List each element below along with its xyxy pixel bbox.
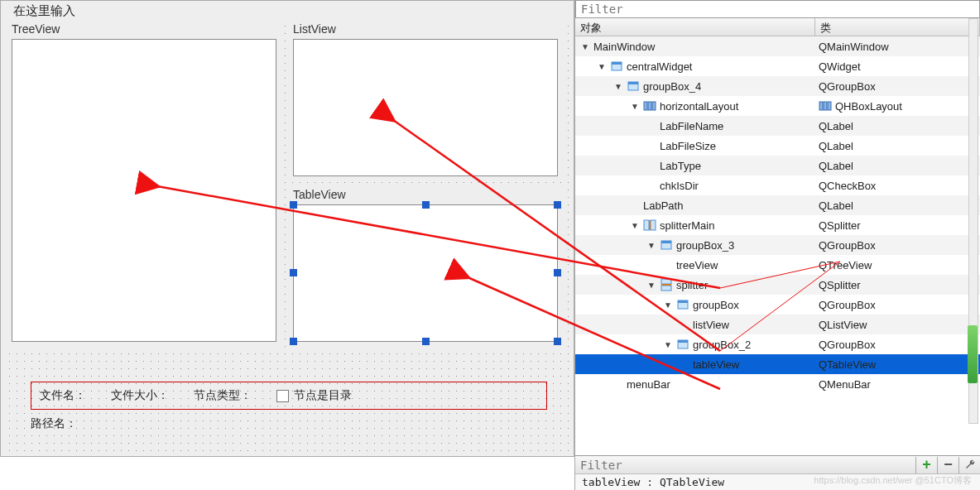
splitterv-icon — [660, 278, 673, 291]
tree-row-LabType[interactable]: LabTypeQLabel — [575, 156, 980, 175]
tree-row-treeView[interactable]: treeViewQTreeView — [575, 255, 980, 275]
object-filter-input[interactable] — [575, 0, 980, 18]
label-path: 路径名： — [31, 416, 77, 431]
table-groupbox-title: TableView — [293, 188, 346, 201]
chevron-down-icon[interactable]: ▼ — [646, 241, 656, 250]
minus-icon: − — [944, 456, 953, 473]
hlayout-icon — [643, 99, 656, 113]
svg-rect-3 — [628, 82, 638, 84]
object-name: LabFileSize — [660, 140, 716, 152]
class-name: QWidget — [819, 60, 861, 73]
svg-rect-9 — [828, 102, 831, 110]
class-name: QTreeView — [819, 259, 872, 271]
add-button[interactable]: + — [915, 457, 937, 473]
tree-groupbox[interactable]: TreeView — [7, 21, 281, 347]
class-name: QLabel — [819, 199, 853, 212]
list-view-widget[interactable] — [293, 39, 558, 176]
chevron-down-icon[interactable]: ▼ — [580, 42, 590, 51]
property-filter-bar: + − — [575, 455, 980, 473]
tree-row-MainWindow[interactable]: ▼MainWindowQMainWindow — [575, 36, 980, 56]
object-name: LabFileName — [660, 120, 723, 132]
svg-rect-16 — [661, 286, 671, 291]
tree-row-menuBar[interactable]: menuBarQMenuBar — [575, 374, 980, 394]
form-designer-canvas[interactable]: 在这里输入 TreeView ListView TableView 文件名： 文… — [0, 0, 574, 457]
column-object[interactable]: 对象 — [575, 18, 815, 36]
label-filename: 文件名： — [40, 388, 86, 403]
class-name: QGroupBox — [819, 239, 876, 252]
object-name: groupBox_2 — [693, 339, 751, 351]
resize-handle[interactable] — [554, 269, 561, 276]
resize-handle[interactable] — [290, 201, 297, 209]
chevron-down-icon[interactable]: ▼ — [630, 102, 640, 111]
resize-handle[interactable] — [554, 201, 561, 209]
svg-rect-19 — [678, 300, 688, 303]
checkbox-box-icon[interactable] — [276, 390, 289, 402]
class-name: QTableView — [819, 358, 876, 371]
chevron-down-icon[interactable]: ▼ — [597, 62, 607, 71]
object-name: MainWindow — [593, 41, 655, 53]
tree-row-groupBox[interactable]: ▼groupBoxQGroupBox — [575, 295, 980, 315]
wrench-icon — [963, 459, 977, 472]
object-name: LabPath — [643, 199, 683, 212]
object-name: centralWidget — [627, 60, 692, 73]
chevron-down-icon[interactable]: ▼ — [663, 300, 673, 310]
tree-groupbox-title: TreeView — [12, 22, 60, 36]
chevron-down-icon[interactable]: ▼ — [646, 281, 656, 290]
plus-icon: + — [922, 456, 931, 473]
scrollbar-track[interactable] — [968, 18, 978, 424]
wrench-button[interactable] — [958, 457, 980, 473]
column-class[interactable]: 类 — [815, 18, 980, 36]
watermark: https://blog.csdn.net/wer @51CTO博客 — [814, 474, 972, 487]
class-name: QLabel — [819, 140, 853, 152]
info-groupbox: 文件名： 文件大小： 节点类型： 节点是目录 — [31, 382, 547, 410]
checkbox-isdir[interactable]: 节点是目录 — [276, 388, 352, 403]
resize-handle[interactable] — [290, 269, 297, 276]
tree-row-horizontalLayout[interactable]: ▼horizontalLayoutQHBoxLayout — [575, 96, 980, 116]
tree-row-LabFileName[interactable]: LabFileNameQLabel — [575, 116, 980, 136]
tree-row-groupBox_3[interactable]: ▼groupBox_3QGroupBox — [575, 235, 980, 255]
tree-row-chkIsDir[interactable]: chkIsDirQCheckBox — [575, 175, 980, 195]
tree-row-groupBox_4[interactable]: ▼groupBox_4QGroupBox — [575, 76, 980, 96]
form-body: TreeView ListView TableView 文件名： 文件大小： 节… — [2, 19, 572, 454]
table-groupbox[interactable]: TableView — [288, 186, 563, 347]
class-name: QLabel — [819, 160, 853, 172]
scrollbar-thumb[interactable] — [968, 325, 978, 383]
tree-row-groupBox_2[interactable]: ▼groupBox_2QGroupBox — [575, 334, 980, 354]
chevron-down-icon[interactable]: ▼ — [630, 221, 640, 230]
resize-handle[interactable] — [554, 338, 561, 345]
label-nodetype: 节点类型： — [194, 388, 252, 403]
tree-row-splitter[interactable]: ▼splitterQSplitter — [575, 275, 980, 295]
hlayout-icon — [819, 99, 832, 113]
tree-view-widget[interactable] — [12, 39, 276, 342]
svg-rect-6 — [652, 102, 656, 110]
groupbox-title-input[interactable]: 在这里输入 — [9, 2, 79, 19]
tree-row-LabPath[interactable]: LabPathQLabel — [575, 195, 980, 215]
tree-row-listView[interactable]: listViewQListView — [575, 315, 980, 334]
object-tree[interactable]: ▼MainWindowQMainWindow▼centralWidgetQWid… — [575, 36, 980, 455]
resize-handle[interactable] — [422, 338, 430, 345]
chevron-down-icon[interactable]: ▼ — [613, 82, 623, 91]
table-view-widget[interactable] — [293, 204, 558, 342]
list-groupbox[interactable]: ListView — [288, 21, 563, 181]
tree-row-LabFileSize[interactable]: LabFileSizeQLabel — [575, 136, 980, 156]
list-groupbox-title: ListView — [293, 22, 336, 36]
widget-icon — [676, 298, 689, 311]
tree-row-centralWidget[interactable]: ▼centralWidgetQWidget — [575, 56, 980, 76]
class-name: QHBoxLayout — [835, 100, 902, 113]
class-name: QListView — [819, 319, 867, 331]
chevron-down-icon[interactable]: ▼ — [663, 340, 673, 349]
class-name: QMainWindow — [819, 41, 889, 53]
object-name: splitterMain — [660, 219, 714, 232]
object-name: horizontalLayout — [660, 100, 738, 113]
property-filter-input[interactable] — [575, 456, 915, 474]
remove-button[interactable]: − — [937, 457, 958, 473]
tree-row-splitterMain[interactable]: ▼splitterMainQSplitter — [575, 215, 980, 235]
object-name: listView — [693, 319, 729, 331]
svg-rect-4 — [644, 102, 647, 110]
svg-rect-15 — [661, 279, 671, 284]
tree-row-tableView[interactable]: tableViewQTableView — [575, 354, 980, 374]
resize-handle[interactable] — [290, 338, 297, 345]
object-tree-header: 对象 类 — [575, 18, 980, 36]
object-name: chkIsDir — [660, 180, 699, 192]
resize-handle[interactable] — [422, 201, 430, 209]
